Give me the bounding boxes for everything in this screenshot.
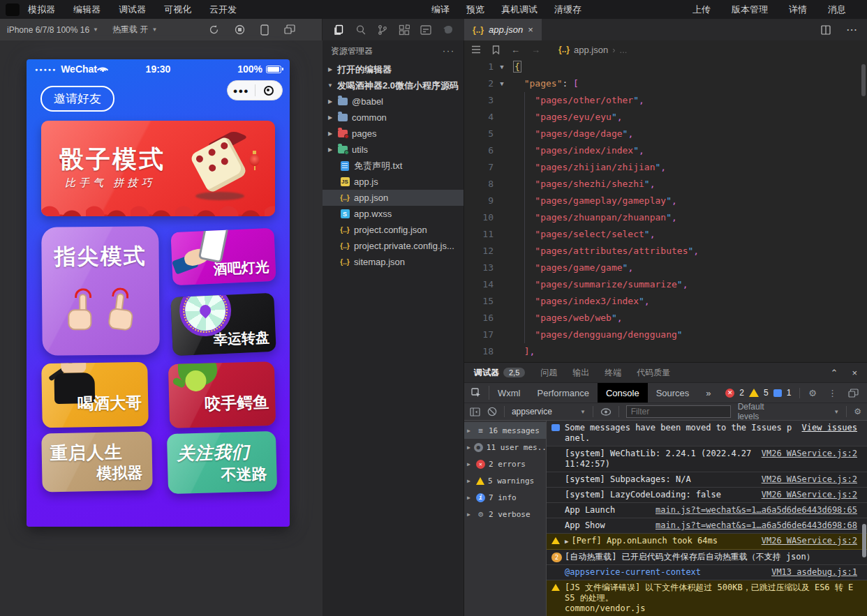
breadcrumb-file[interactable]: app.json bbox=[574, 45, 608, 55]
context-selector[interactable]: appservice▼ bbox=[512, 407, 586, 416]
fingertip-mode-card[interactable]: 指尖模式 bbox=[41, 226, 160, 355]
issues-count-icon[interactable] bbox=[773, 389, 782, 397]
eye-icon[interactable] bbox=[600, 408, 612, 416]
devtools-tab-console[interactable]: Console bbox=[598, 383, 648, 403]
menu-item[interactable]: 消息 bbox=[828, 3, 846, 16]
close-icon[interactable]: × bbox=[852, 368, 857, 378]
menu-item[interactable]: 清缓存 bbox=[554, 3, 581, 16]
collapse-icon[interactable]: ⌃ bbox=[831, 368, 838, 378]
open-editors-section[interactable]: ▶ 打开的编辑器 bbox=[323, 61, 464, 77]
debugger-tab[interactable]: 调试器2,5 bbox=[474, 367, 525, 379]
hot-reload-selector[interactable]: 热重载 开▼ bbox=[105, 24, 164, 36]
bookmark-icon[interactable] bbox=[492, 45, 500, 54]
split-editor-icon[interactable] bbox=[821, 25, 831, 35]
tree-item[interactable]: ▶@babel bbox=[323, 93, 464, 110]
menu-item[interactable]: 版本管理 bbox=[732, 3, 768, 16]
bar-lights-card[interactable]: 酒吧灯光 bbox=[170, 228, 276, 285]
phone-icon[interactable] bbox=[260, 24, 269, 36]
fold-chevron-icon[interactable]: ▼ bbox=[496, 75, 507, 92]
inspect-element-icon[interactable] bbox=[464, 386, 489, 400]
tree-item[interactable]: ▶pages bbox=[323, 126, 464, 142]
close-icon[interactable]: × bbox=[528, 24, 533, 35]
dice-mode-banner[interactable]: 骰子模式 比手气 拼技巧 bbox=[41, 121, 275, 216]
tree-item[interactable]: {..}sitemap.json bbox=[323, 254, 464, 270]
debugger-tab[interactable]: 问题 bbox=[540, 367, 557, 379]
devtools-tab-wxml[interactable]: Wxml bbox=[489, 383, 529, 403]
tree-item[interactable]: Sapp.wxss bbox=[323, 206, 464, 222]
devtools-tab-performance[interactable]: Performance bbox=[529, 383, 598, 403]
back-arrow-icon[interactable]: ← bbox=[511, 45, 520, 55]
warning-count-icon[interactable] bbox=[749, 389, 759, 397]
source-link[interactable]: VM26 WAService.js:2 bbox=[762, 449, 857, 469]
view-issues-link[interactable]: View issues bbox=[802, 423, 857, 444]
menu-item[interactable]: 上传 bbox=[692, 3, 711, 16]
follow-us-card[interactable]: 关注我们 不迷路 bbox=[167, 431, 277, 494]
console-filter-info[interactable]: ▶i7 info bbox=[464, 489, 546, 506]
console-filter-error[interactable]: ▶✕2 errors bbox=[464, 456, 546, 472]
drinking-brother-card[interactable]: 喝酒大哥 bbox=[41, 362, 149, 428]
clear-console-icon[interactable] bbox=[487, 407, 497, 416]
npm-panel-icon[interactable] bbox=[420, 25, 431, 35]
menu-item[interactable]: 预览 bbox=[466, 3, 484, 16]
project-root-section[interactable]: ▼ 发喝酒神器2.0微信小程序源码 bbox=[323, 77, 464, 93]
fold-chevron-icon[interactable]: ▼ bbox=[496, 59, 507, 75]
devtools-tab-sources[interactable]: Sources bbox=[648, 383, 698, 403]
lucky-wheel-card[interactable]: 幸运转盘 bbox=[170, 293, 276, 356]
editor-scrollbar[interactable] bbox=[861, 64, 866, 96]
source-link[interactable]: main.js?t=wechat&s=1…a6a5d6de6443d698:65 bbox=[655, 505, 857, 516]
invite-friends-button[interactable]: 邀请好友 bbox=[40, 86, 114, 112]
biting-crocodile-card[interactable]: 咬手鳄鱼 bbox=[168, 361, 276, 428]
console-filter-warning[interactable]: ▶5 warnings bbox=[464, 472, 546, 489]
breadcrumb-rest[interactable]: ... bbox=[620, 45, 628, 55]
tab-overflow-icon[interactable]: » bbox=[697, 383, 719, 403]
kebab-menu-icon[interactable]: ⋮ bbox=[828, 388, 837, 398]
console-message[interactable]: ▶[Perf] App.onLaunch took 64msVM26 WASer… bbox=[547, 534, 867, 550]
source-control-icon[interactable] bbox=[377, 24, 388, 36]
more-actions-icon[interactable]: ⋯ bbox=[846, 23, 857, 36]
log-levels-selector[interactable]: Default levels ▼ bbox=[738, 402, 840, 421]
files-icon[interactable] bbox=[333, 24, 344, 36]
menu-item[interactable]: 编译 bbox=[431, 3, 450, 16]
gear-icon[interactable]: ⚙ bbox=[808, 388, 817, 398]
console-filter-list[interactable]: ▶≡16 messages bbox=[464, 422, 546, 439]
multi-window-icon[interactable] bbox=[284, 24, 295, 36]
source-link[interactable]: main.js?t=wechat&s=1…a6a5d6de6443d698:68 bbox=[655, 520, 857, 531]
dock-side-icon[interactable] bbox=[848, 389, 859, 398]
more-menu-icon[interactable]: ●●● bbox=[228, 87, 255, 95]
outline-icon[interactable] bbox=[471, 45, 481, 54]
menu-item[interactable]: 模拟器 bbox=[28, 3, 55, 16]
console-filter-user[interactable]: ▶●11 user mes... bbox=[464, 439, 546, 456]
console-scrollbar[interactable] bbox=[862, 524, 866, 557]
search-icon[interactable] bbox=[355, 24, 366, 36]
menu-item[interactable]: 调试器 bbox=[119, 3, 146, 16]
extensions-icon[interactable] bbox=[399, 24, 410, 36]
hand-icon[interactable] bbox=[443, 24, 454, 35]
source-link[interactable]: VM26 WAService.js:2 bbox=[762, 536, 857, 547]
source-link[interactable]: VM13 asdebug.js:1 bbox=[771, 567, 857, 578]
debugger-tab[interactable]: 输出 bbox=[572, 367, 589, 379]
source-link[interactable]: VM26 WAService.js:2 bbox=[762, 490, 857, 500]
tree-item[interactable]: {..}project.config.json bbox=[323, 222, 464, 238]
restart-life-card[interactable]: 重启人生 模拟器 bbox=[41, 432, 152, 493]
menu-item[interactable]: 云开发 bbox=[209, 3, 237, 16]
tree-item[interactable]: ▶common bbox=[323, 110, 464, 126]
tree-item[interactable]: ▶utils bbox=[323, 142, 464, 158]
filter-input[interactable] bbox=[626, 405, 731, 418]
tree-item[interactable]: {..}app.json bbox=[323, 190, 464, 206]
more-actions-icon[interactable]: ··· bbox=[443, 46, 455, 56]
menu-item[interactable]: 可视化 bbox=[164, 3, 191, 16]
error-count-icon[interactable]: ✕ bbox=[725, 389, 734, 398]
device-selector[interactable]: iPhone 6/7/8 100% 16▼ bbox=[0, 25, 105, 35]
tree-item[interactable]: JSapp.js bbox=[323, 174, 464, 190]
menu-item[interactable]: 真机调试 bbox=[501, 3, 538, 16]
refresh-icon[interactable] bbox=[209, 24, 219, 36]
debugger-tab[interactable]: 代码质量 bbox=[637, 367, 670, 379]
tab-app-json[interactable]: {..} app.json × bbox=[464, 19, 542, 40]
tree-item[interactable]: {..}project.private.config.js... bbox=[323, 238, 464, 254]
console-settings-icon[interactable]: ⚙ bbox=[854, 407, 861, 416]
sidebar-toggle-icon[interactable] bbox=[470, 407, 480, 416]
minimize-target-icon[interactable] bbox=[255, 86, 283, 96]
debugger-tab[interactable]: 终端 bbox=[605, 367, 621, 379]
stop-icon[interactable] bbox=[235, 24, 245, 36]
source-link[interactable]: VM26 WAService.js:2 bbox=[762, 474, 857, 485]
